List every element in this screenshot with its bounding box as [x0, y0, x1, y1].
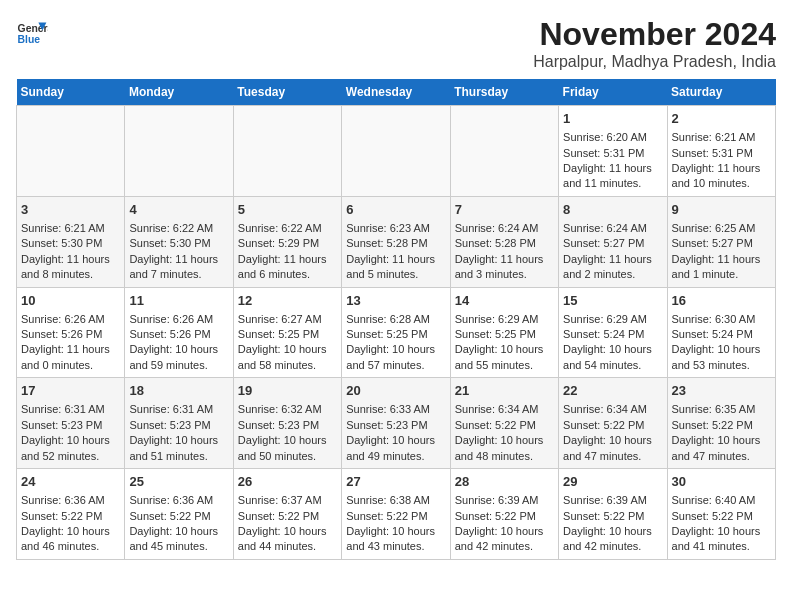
day-info-line: Daylight: 10 hours and 42 minutes.	[563, 524, 662, 555]
calendar-day-16: 16Sunrise: 6:30 AMSunset: 5:24 PMDayligh…	[667, 287, 775, 378]
day-info-line: Sunset: 5:22 PM	[129, 509, 228, 524]
day-info-line: Sunset: 5:22 PM	[238, 509, 337, 524]
day-info-line: Sunrise: 6:23 AM	[346, 221, 445, 236]
day-number: 26	[238, 473, 337, 491]
day-info-line: Daylight: 10 hours and 50 minutes.	[238, 433, 337, 464]
day-info-line: Sunset: 5:22 PM	[346, 509, 445, 524]
calendar-body: 1Sunrise: 6:20 AMSunset: 5:31 PMDaylight…	[17, 106, 776, 560]
day-info-line: Daylight: 10 hours and 42 minutes.	[455, 524, 554, 555]
day-info-line: Daylight: 10 hours and 55 minutes.	[455, 342, 554, 373]
calendar-day-1: 1Sunrise: 6:20 AMSunset: 5:31 PMDaylight…	[559, 106, 667, 197]
title-block: November 2024 Harpalpur, Madhya Pradesh,…	[533, 16, 776, 71]
day-info-line: Sunset: 5:25 PM	[238, 327, 337, 342]
calendar-day-20: 20Sunrise: 6:33 AMSunset: 5:23 PMDayligh…	[342, 378, 450, 469]
day-number: 17	[21, 382, 120, 400]
day-number: 7	[455, 201, 554, 219]
day-number: 1	[563, 110, 662, 128]
day-info-line: Daylight: 10 hours and 54 minutes.	[563, 342, 662, 373]
day-info-line: Sunrise: 6:30 AM	[672, 312, 771, 327]
calendar-empty-cell	[125, 106, 233, 197]
day-number: 21	[455, 382, 554, 400]
day-number: 20	[346, 382, 445, 400]
day-number: 27	[346, 473, 445, 491]
calendar-day-4: 4Sunrise: 6:22 AMSunset: 5:30 PMDaylight…	[125, 196, 233, 287]
day-number: 13	[346, 292, 445, 310]
day-info-line: Sunset: 5:26 PM	[21, 327, 120, 342]
calendar-day-6: 6Sunrise: 6:23 AMSunset: 5:28 PMDaylight…	[342, 196, 450, 287]
weekday-header-friday: Friday	[559, 79, 667, 106]
day-info-line: Sunrise: 6:40 AM	[672, 493, 771, 508]
month-year-title: November 2024	[533, 16, 776, 53]
day-info-line: Sunset: 5:22 PM	[563, 418, 662, 433]
day-info-line: Sunrise: 6:24 AM	[563, 221, 662, 236]
day-info-line: Sunrise: 6:39 AM	[455, 493, 554, 508]
day-info-line: Sunset: 5:30 PM	[129, 236, 228, 251]
day-info-line: Sunrise: 6:21 AM	[21, 221, 120, 236]
logo-icon: General Blue	[16, 16, 48, 48]
day-info-line: Sunrise: 6:36 AM	[129, 493, 228, 508]
day-info-line: Sunrise: 6:29 AM	[455, 312, 554, 327]
svg-text:Blue: Blue	[18, 34, 41, 45]
day-number: 5	[238, 201, 337, 219]
day-info-line: Sunset: 5:30 PM	[21, 236, 120, 251]
day-info-line: Sunset: 5:31 PM	[672, 146, 771, 161]
day-info-line: Sunset: 5:31 PM	[563, 146, 662, 161]
calendar-day-28: 28Sunrise: 6:39 AMSunset: 5:22 PMDayligh…	[450, 469, 558, 560]
day-info-line: Daylight: 10 hours and 53 minutes.	[672, 342, 771, 373]
day-info-line: Sunset: 5:22 PM	[21, 509, 120, 524]
day-info-line: Sunrise: 6:35 AM	[672, 402, 771, 417]
day-number: 4	[129, 201, 228, 219]
day-number: 10	[21, 292, 120, 310]
day-number: 28	[455, 473, 554, 491]
day-info-line: Sunrise: 6:22 AM	[129, 221, 228, 236]
day-info-line: Sunrise: 6:32 AM	[238, 402, 337, 417]
day-info-line: Sunrise: 6:34 AM	[563, 402, 662, 417]
day-info-line: Sunrise: 6:28 AM	[346, 312, 445, 327]
day-number: 29	[563, 473, 662, 491]
day-info-line: Sunrise: 6:26 AM	[129, 312, 228, 327]
calendar-header: SundayMondayTuesdayWednesdayThursdayFrid…	[17, 79, 776, 106]
weekday-header-monday: Monday	[125, 79, 233, 106]
day-info-line: Sunset: 5:26 PM	[129, 327, 228, 342]
day-info-line: Sunrise: 6:39 AM	[563, 493, 662, 508]
calendar-day-9: 9Sunrise: 6:25 AMSunset: 5:27 PMDaylight…	[667, 196, 775, 287]
day-info-line: Daylight: 11 hours and 8 minutes.	[21, 252, 120, 283]
day-number: 6	[346, 201, 445, 219]
day-info-line: Daylight: 10 hours and 47 minutes.	[563, 433, 662, 464]
day-info-line: Daylight: 10 hours and 49 minutes.	[346, 433, 445, 464]
day-info-line: Daylight: 10 hours and 46 minutes.	[21, 524, 120, 555]
calendar-day-18: 18Sunrise: 6:31 AMSunset: 5:23 PMDayligh…	[125, 378, 233, 469]
day-number: 23	[672, 382, 771, 400]
day-info-line: Sunrise: 6:38 AM	[346, 493, 445, 508]
day-info-line: Sunset: 5:23 PM	[346, 418, 445, 433]
calendar-day-22: 22Sunrise: 6:34 AMSunset: 5:22 PMDayligh…	[559, 378, 667, 469]
day-info-line: Daylight: 10 hours and 41 minutes.	[672, 524, 771, 555]
day-number: 2	[672, 110, 771, 128]
day-info-line: Sunset: 5:25 PM	[346, 327, 445, 342]
calendar-empty-cell	[342, 106, 450, 197]
day-info-line: Sunset: 5:28 PM	[346, 236, 445, 251]
day-info-line: Daylight: 10 hours and 44 minutes.	[238, 524, 337, 555]
calendar-day-29: 29Sunrise: 6:39 AMSunset: 5:22 PMDayligh…	[559, 469, 667, 560]
day-info-line: Sunrise: 6:31 AM	[129, 402, 228, 417]
day-info-line: Daylight: 10 hours and 47 minutes.	[672, 433, 771, 464]
calendar-day-24: 24Sunrise: 6:36 AMSunset: 5:22 PMDayligh…	[17, 469, 125, 560]
day-info-line: Daylight: 11 hours and 6 minutes.	[238, 252, 337, 283]
day-number: 9	[672, 201, 771, 219]
day-number: 30	[672, 473, 771, 491]
day-info-line: Sunset: 5:22 PM	[672, 418, 771, 433]
page-header: General Blue November 2024 Harpalpur, Ma…	[16, 16, 776, 71]
day-info-line: Sunrise: 6:34 AM	[455, 402, 554, 417]
day-info-line: Sunrise: 6:36 AM	[21, 493, 120, 508]
weekday-header-saturday: Saturday	[667, 79, 775, 106]
day-number: 16	[672, 292, 771, 310]
calendar-empty-cell	[17, 106, 125, 197]
day-number: 18	[129, 382, 228, 400]
day-info-line: Sunset: 5:27 PM	[672, 236, 771, 251]
day-number: 22	[563, 382, 662, 400]
calendar-day-25: 25Sunrise: 6:36 AMSunset: 5:22 PMDayligh…	[125, 469, 233, 560]
day-info-line: Daylight: 10 hours and 51 minutes.	[129, 433, 228, 464]
day-info-line: Daylight: 10 hours and 59 minutes.	[129, 342, 228, 373]
day-info-line: Daylight: 10 hours and 45 minutes.	[129, 524, 228, 555]
day-info-line: Daylight: 11 hours and 7 minutes.	[129, 252, 228, 283]
